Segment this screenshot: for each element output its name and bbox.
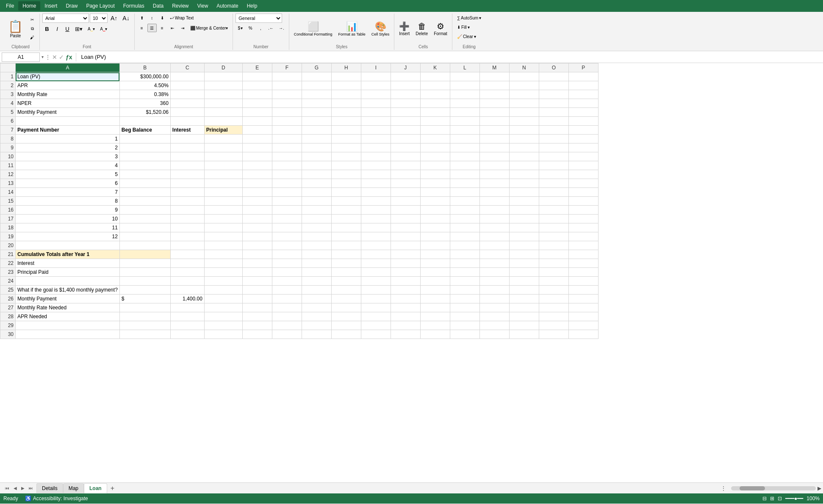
cell[interactable] xyxy=(119,277,170,286)
cell[interactable] xyxy=(361,72,391,81)
cell[interactable] xyxy=(204,286,242,295)
cell[interactable] xyxy=(479,126,509,135)
delete-button[interactable]: 🗑 Delete xyxy=(413,18,430,40)
cell[interactable] xyxy=(361,259,391,268)
cell[interactable]: $ xyxy=(119,295,170,303)
cell[interactable] xyxy=(204,312,242,321)
cell[interactable] xyxy=(331,215,361,223)
sheet-tab-map[interactable]: Map xyxy=(63,483,84,493)
cell[interactable] xyxy=(204,330,242,339)
cell[interactable] xyxy=(479,161,509,170)
cell[interactable] xyxy=(568,135,598,143)
cell[interactable] xyxy=(170,152,204,161)
cell[interactable] xyxy=(509,179,539,188)
sheet-nav-prev[interactable]: ◀ xyxy=(12,485,19,491)
cell[interactable] xyxy=(170,72,204,81)
cell[interactable] xyxy=(242,321,272,330)
col-header-p[interactable]: P xyxy=(568,63,598,72)
cell[interactable] xyxy=(568,241,598,250)
cell[interactable] xyxy=(170,143,204,152)
cell[interactable] xyxy=(204,99,242,108)
cell[interactable] xyxy=(331,303,361,312)
cell[interactable] xyxy=(119,241,170,250)
cell[interactable] xyxy=(420,126,450,135)
cell[interactable] xyxy=(450,259,479,268)
cell[interactable] xyxy=(450,126,479,135)
align-bottom-button[interactable]: ⬇ xyxy=(158,14,167,22)
cell[interactable] xyxy=(119,250,170,259)
cell[interactable] xyxy=(479,241,509,250)
cell[interactable] xyxy=(479,295,509,303)
cell[interactable] xyxy=(391,81,420,90)
cell[interactable] xyxy=(450,135,479,143)
cell[interactable] xyxy=(361,241,391,250)
cell[interactable] xyxy=(302,81,331,90)
border-button[interactable]: ⊞▾ xyxy=(73,25,85,33)
cell[interactable] xyxy=(170,321,204,330)
cell[interactable] xyxy=(450,223,479,232)
cell[interactable] xyxy=(479,268,509,277)
cell[interactable] xyxy=(509,90,539,99)
cell[interactable] xyxy=(242,135,272,143)
cell[interactable] xyxy=(420,81,450,90)
cell[interactable] xyxy=(331,197,361,206)
cell[interactable] xyxy=(450,312,479,321)
cell[interactable] xyxy=(568,179,598,188)
cell[interactable] xyxy=(509,268,539,277)
cell[interactable] xyxy=(272,295,302,303)
cell[interactable] xyxy=(391,277,420,286)
cell[interactable] xyxy=(509,286,539,295)
cell[interactable] xyxy=(272,152,302,161)
cell[interactable]: 3 xyxy=(16,152,120,161)
cell[interactable] xyxy=(204,232,242,241)
cell[interactable] xyxy=(16,277,120,286)
cell[interactable] xyxy=(361,152,391,161)
cell[interactable] xyxy=(204,161,242,170)
cell[interactable] xyxy=(568,232,598,241)
options-button[interactable]: ⋮ xyxy=(45,54,50,60)
cell[interactable] xyxy=(420,170,450,179)
cell[interactable] xyxy=(420,250,450,259)
cell[interactable] xyxy=(119,135,170,143)
cell[interactable] xyxy=(242,117,272,126)
cell[interactable] xyxy=(420,312,450,321)
cell[interactable] xyxy=(204,197,242,206)
cell[interactable]: 9 xyxy=(16,206,120,215)
cell[interactable] xyxy=(420,215,450,223)
view-page-break-button[interactable]: ⊡ xyxy=(778,496,782,501)
cell[interactable] xyxy=(509,161,539,170)
cell[interactable] xyxy=(391,295,420,303)
cell[interactable] xyxy=(16,241,120,250)
cell[interactable] xyxy=(170,108,204,117)
copy-button[interactable]: ⧉ xyxy=(28,25,37,33)
cell[interactable] xyxy=(331,277,361,286)
autosum-button[interactable]: ∑ AutoSum ▾ xyxy=(455,14,483,22)
sheet-options-button[interactable]: ⋮ xyxy=(718,485,729,491)
cell[interactable] xyxy=(568,72,598,81)
cell[interactable] xyxy=(509,259,539,268)
cell[interactable] xyxy=(509,135,539,143)
zoom-slider[interactable]: ━━━●━━ xyxy=(785,496,803,501)
cell[interactable] xyxy=(361,312,391,321)
cell[interactable] xyxy=(302,99,331,108)
cell[interactable] xyxy=(16,330,120,339)
cell[interactable] xyxy=(391,99,420,108)
cell[interactable] xyxy=(391,303,420,312)
cell[interactable] xyxy=(331,161,361,170)
col-header-b[interactable]: B xyxy=(119,63,170,72)
cell[interactable] xyxy=(302,215,331,223)
cell[interactable] xyxy=(509,126,539,135)
cell[interactable] xyxy=(242,223,272,232)
cell[interactable] xyxy=(361,126,391,135)
cell[interactable] xyxy=(361,170,391,179)
cell[interactable] xyxy=(450,250,479,259)
cell[interactable] xyxy=(272,126,302,135)
cell[interactable] xyxy=(302,90,331,99)
cell[interactable] xyxy=(539,215,568,223)
view-layout-button[interactable]: ⊞ xyxy=(770,496,774,501)
cell[interactable] xyxy=(450,72,479,81)
cell[interactable] xyxy=(420,108,450,117)
cell[interactable] xyxy=(204,152,242,161)
cell[interactable] xyxy=(391,143,420,152)
align-left-button[interactable]: ≡ xyxy=(137,24,147,32)
